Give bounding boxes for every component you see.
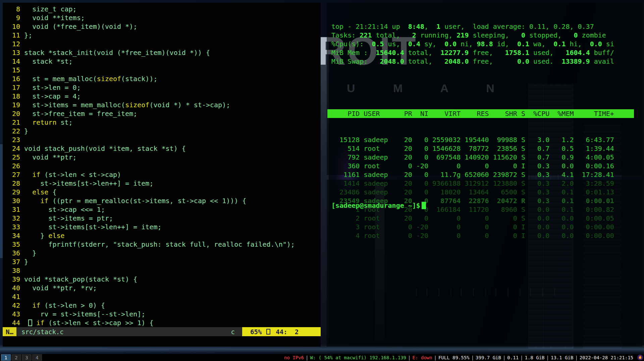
status-separator: | xyxy=(519,355,525,360)
code-area[interactable]: 8 size_t cap;9 void **items;10 void (*fr… xyxy=(3,3,321,327)
workspace-button-1[interactable]: 1 xyxy=(1,354,11,361)
top-summary-line: top - 21:21:14 up 8:48, 1 user, load ave… xyxy=(331,22,642,31)
code-text: size_t cap; xyxy=(24,5,77,13)
code-line: 35 fprintf(stderr, "stack_push: stack fu… xyxy=(12,240,321,249)
top-summary-line: MiB Mem : 15640.4 total, 12277.9 free, 1… xyxy=(331,48,642,57)
line-number: 21 xyxy=(12,118,20,127)
code-line: 36 } xyxy=(12,249,321,257)
blank-line xyxy=(331,83,642,92)
code-line: 28 st->items[st->len++] = item; xyxy=(12,179,321,188)
vim-mode-indicator: N… xyxy=(3,327,16,336)
line-number: 10 xyxy=(12,22,20,31)
code-line: 19 st->items = mem_malloc(sizeof(void *)… xyxy=(12,101,321,109)
line-number: 33 xyxy=(12,223,20,231)
shell-terminal-pane[interactable]: [sadeep@smadurange ~]$ xyxy=(327,180,642,347)
status-segment: 1.8 GiB xyxy=(525,355,545,360)
code-line: 33 st->items[st->len++] = item; xyxy=(12,223,321,231)
code-text: if ((ptr = mem_realloc(st->items, st->ca… xyxy=(24,197,246,205)
code-line: 17 st->len = 0; xyxy=(12,83,321,92)
code-line: 40 void **ptr, *rv; xyxy=(12,284,321,292)
code-text: void (*free_item)(void *); xyxy=(24,22,137,31)
line-number: 28 xyxy=(12,179,20,188)
process-row: 15128 sadeep 20 0 2559032 195440 99988 S… xyxy=(331,135,642,144)
code-text: if (st->len < st->cap >> 1) { xyxy=(24,319,153,327)
code-text: fprintf(stderr, "stack_push: stack full,… xyxy=(24,240,295,248)
status-segment: 13.1 GiB xyxy=(551,355,573,360)
line-number: 16 xyxy=(12,74,20,83)
status-separator: | xyxy=(545,355,551,360)
code-text: return st; xyxy=(24,118,73,126)
status-separator: | xyxy=(470,355,476,360)
status-separator: | xyxy=(501,355,507,360)
line-number: 36 xyxy=(12,249,20,257)
line-number: 23 xyxy=(12,135,20,144)
line-number: 39 xyxy=(12,275,20,284)
process-row: 1161 sadeep 20 0 11.7g 652060 239872 S 0… xyxy=(331,170,642,179)
line-number: 20 xyxy=(12,109,20,118)
code-line: 25 void **ptr; xyxy=(12,153,321,162)
code-line: 23 xyxy=(12,135,321,144)
workspace-group: 1234 xyxy=(0,354,42,361)
code-line: 26 xyxy=(12,162,321,170)
status-segment: E: down xyxy=(412,355,432,360)
workspace-button-4[interactable]: 4 xyxy=(32,354,42,361)
vim-editor-pane[interactable]: 8 size_t cap;9 void **items;10 void (*fr… xyxy=(3,3,321,347)
code-text: rv = st->items[--st->len]; xyxy=(24,310,145,318)
line-number: 30 xyxy=(12,196,20,205)
line-number: 35 xyxy=(12,240,20,249)
vim-cursor xyxy=(28,319,32,326)
workspace-button-3[interactable]: 3 xyxy=(22,354,32,361)
vim-statusline: N… src/stack.c c 65% 44: 2 xyxy=(3,327,321,336)
code-line: 37} xyxy=(12,257,321,266)
line-number: 25 xyxy=(12,153,20,162)
code-line: 43 rv = st->items[--st->len]; xyxy=(12,310,321,318)
code-text: stack *stack_init(void (*free_item)(void… xyxy=(24,49,210,57)
status-segment: W: ( 54% at macwifi) 192.168.1.139 xyxy=(310,355,406,360)
status-segment: 0.11 xyxy=(507,355,519,360)
code-line: 31 st->cap <<= 1; xyxy=(12,205,321,214)
tray-flame-icon[interactable] xyxy=(637,355,643,360)
code-line: 18 st->cap = 4; xyxy=(12,92,321,101)
code-text: st->cap = 4; xyxy=(24,92,81,100)
line-number: 32 xyxy=(12,214,20,223)
vim-filetype: c xyxy=(231,327,242,336)
status-text-group: no IPv6|W: ( 54% at macwifi) 192.168.1.1… xyxy=(284,355,635,360)
code-line: 11}; xyxy=(12,31,321,40)
line-number: 44 xyxy=(12,318,20,327)
code-line: 41 xyxy=(12,292,321,301)
code-line: 30 if ((ptr = mem_realloc(st->items, st-… xyxy=(12,196,321,205)
line-number: 22 xyxy=(12,127,20,135)
line-number: 34 xyxy=(12,231,20,240)
top-summary: top - 21:21:14 up 8:48, 1 user, load ave… xyxy=(331,22,642,66)
line-number: 40 xyxy=(12,284,20,292)
code-line: 34 } else xyxy=(12,231,321,240)
code-line: 10 void (*free_item)(void *); xyxy=(12,22,321,31)
shell-prompt-line[interactable]: [sadeep@smadurange ~]$ xyxy=(331,201,642,210)
status-separator: | xyxy=(432,355,438,360)
vim-filename: src/stack.c xyxy=(16,327,231,336)
line-number: 9 xyxy=(12,13,20,22)
top-terminal-pane[interactable]: top - 21:21:14 up 8:48, 1 user, load ave… xyxy=(327,3,642,175)
line-number: 13 xyxy=(12,48,20,57)
lines-icon xyxy=(266,329,270,335)
code-text: st->cap <<= 1; xyxy=(24,205,105,214)
code-text: st->len = 0; xyxy=(24,83,81,92)
code-text: if (st->len < st->cap) xyxy=(24,171,121,179)
code-text: } xyxy=(24,258,28,266)
vim-position-block: 65% 44: 2 xyxy=(242,327,321,336)
line-number: 41 xyxy=(12,292,20,301)
line-number: 26 xyxy=(12,162,20,170)
workspace-button-2[interactable]: 2 xyxy=(11,354,21,361)
line-number: 17 xyxy=(12,83,20,92)
status-segment: FULL 89.55% xyxy=(438,355,470,360)
code-line: 24void stack_push(void *item, stack *st)… xyxy=(12,144,321,153)
code-line: 12 xyxy=(12,40,321,48)
line-number: 43 xyxy=(12,310,20,318)
vim-scroll-percent: 65% xyxy=(250,328,262,336)
code-line: 20 st->free_item = free_item; xyxy=(12,109,321,118)
code-line: 38 xyxy=(12,266,321,275)
status-separator: | xyxy=(304,355,310,360)
code-text: } xyxy=(24,249,36,257)
code-text: void **ptr, *rv; xyxy=(24,284,97,292)
vim-cursor-line: 44: xyxy=(276,328,287,336)
